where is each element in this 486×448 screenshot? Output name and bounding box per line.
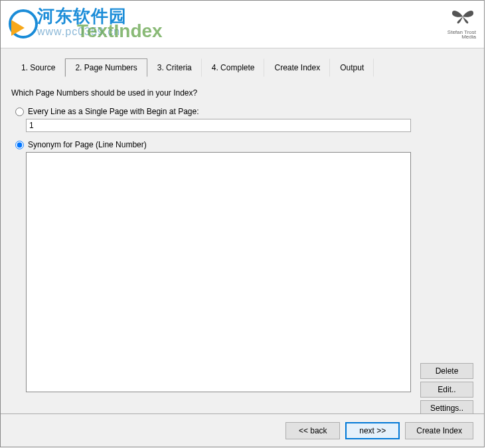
begin-page-input[interactable] bbox=[26, 119, 411, 132]
tab-create-index[interactable]: Create Index bbox=[264, 58, 330, 77]
tab-output[interactable]: Output bbox=[330, 58, 374, 77]
edit-button[interactable]: Edit.. bbox=[420, 382, 473, 398]
synonym-listbox[interactable] bbox=[26, 152, 411, 392]
radio-every-line-label: Every Line as a Single Page with Begin a… bbox=[28, 107, 199, 116]
tab-criteria[interactable]: 3. Criteria bbox=[147, 58, 202, 77]
footer-bar: << back next >> Create Index bbox=[1, 413, 484, 447]
tab-page-numbers[interactable]: 2. Page Numbers bbox=[65, 58, 147, 77]
brand-logo: Stefan Trost Media bbox=[447, 6, 476, 40]
page-question: Which Page Numbers should be used in you… bbox=[11, 88, 473, 98]
app-header: 河东软件园 www.pc0359.cn TextIndex Stefan Tro… bbox=[1, 1, 484, 48]
tab-complete[interactable]: 4. Complete bbox=[202, 58, 265, 77]
next-button[interactable]: next >> bbox=[345, 422, 400, 439]
radio-every-line[interactable] bbox=[15, 108, 24, 116]
tab-bar: 1. Source 2. Page Numbers 3. Criteria 4.… bbox=[11, 58, 473, 76]
radio-synonym-label: Synonym for Page (Line Number) bbox=[28, 140, 147, 149]
main-content: 1. Source 2. Page Numbers 3. Criteria 4.… bbox=[1, 48, 484, 413]
tab-source[interactable]: 1. Source bbox=[11, 58, 65, 77]
back-button[interactable]: << back bbox=[285, 422, 340, 439]
radio-synonym[interactable] bbox=[15, 141, 24, 149]
watermark-logo-icon bbox=[7, 8, 40, 41]
butterfly-icon bbox=[447, 6, 476, 31]
delete-button[interactable]: Delete bbox=[420, 363, 473, 379]
app-title: TextIndex bbox=[77, 21, 163, 42]
create-index-button[interactable]: Create Index bbox=[405, 422, 473, 439]
